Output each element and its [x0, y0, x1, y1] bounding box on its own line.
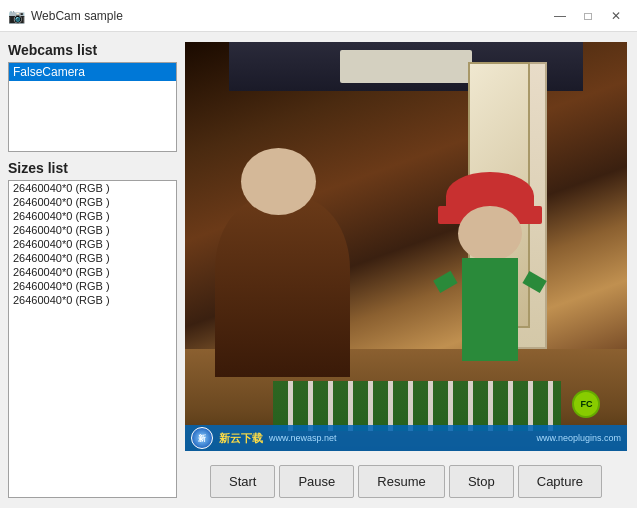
size-item[interactable]: 26460040*0 (RGB )	[9, 195, 176, 209]
webcam-item-falsecamera[interactable]: FalseCamera	[9, 63, 176, 81]
pause-button[interactable]: Pause	[279, 465, 354, 498]
webcams-list[interactable]: FalseCamera	[8, 62, 177, 152]
capture-button[interactable]: Capture	[518, 465, 602, 498]
webcams-section-title: Webcams list	[8, 42, 177, 58]
size-item[interactable]: 26460040*0 (RGB )	[9, 237, 176, 251]
minimize-button[interactable]: —	[547, 6, 573, 26]
app-title: WebCam sample	[31, 9, 123, 23]
start-button[interactable]: Start	[210, 465, 275, 498]
stop-button[interactable]: Stop	[449, 465, 514, 498]
video-scene: FC 新 新云下载 www.newasp.net www.neoplugins.…	[185, 42, 627, 451]
app-body: Webcams list FalseCamera Sizes list 2646…	[0, 32, 637, 508]
sizes-list[interactable]: 26460040*0 (RGB ) 26460040*0 (RGB ) 2646…	[8, 180, 177, 498]
sizes-section: Sizes list 26460040*0 (RGB ) 26460040*0 …	[8, 160, 177, 498]
size-item[interactable]: 26460040*0 (RGB )	[9, 265, 176, 279]
sizes-section-title: Sizes list	[8, 160, 177, 176]
rug	[273, 381, 560, 430]
size-item[interactable]: 26460040*0 (RGB )	[9, 279, 176, 293]
child-arm-left	[434, 271, 458, 293]
watermark-bar: 新 新云下载 www.newasp.net www.neoplugins.com	[185, 425, 627, 451]
close-button[interactable]: ✕	[603, 6, 629, 26]
app-icon: 📷	[8, 8, 25, 24]
light-fixture	[340, 50, 473, 83]
video-area: FC 新 新云下载 www.newasp.net www.neoplugins.…	[185, 42, 627, 451]
child-body	[462, 258, 518, 361]
window-controls: — □ ✕	[547, 6, 629, 26]
watermark-main-text: 新云下载	[219, 431, 263, 446]
size-item[interactable]: 26460040*0 (RGB )	[9, 251, 176, 265]
size-item[interactable]: 26460040*0 (RGB )	[9, 223, 176, 237]
resume-button[interactable]: Resume	[358, 465, 444, 498]
figure-body	[215, 197, 349, 377]
maximize-button[interactable]: □	[575, 6, 601, 26]
webcams-section: Webcams list FalseCamera	[8, 42, 177, 152]
sidebar: Webcams list FalseCamera Sizes list 2646…	[0, 32, 185, 508]
title-bar-left: 📷 WebCam sample	[8, 8, 123, 24]
watermark-logo-text: 新	[198, 433, 206, 444]
size-item[interactable]: 26460040*0 (RGB )	[9, 209, 176, 223]
watermark-logo: 新	[191, 427, 213, 449]
size-item[interactable]: 26460040*0 (RGB )	[9, 181, 176, 195]
child-figure	[450, 189, 530, 361]
back-figure	[207, 152, 375, 377]
controls-bar: Start Pause Resume Stop Capture	[185, 461, 627, 498]
main-area: FC 新 新云下载 www.newasp.net www.neoplugins.…	[185, 32, 637, 508]
child-head	[458, 206, 522, 261]
title-bar: 📷 WebCam sample — □ ✕	[0, 0, 637, 32]
size-item[interactable]: 26460040*0 (RGB )	[9, 293, 176, 307]
watermark-sub-text: www.newasp.net	[269, 433, 337, 443]
watermark-url-text: www.neoplugins.com	[536, 433, 621, 443]
